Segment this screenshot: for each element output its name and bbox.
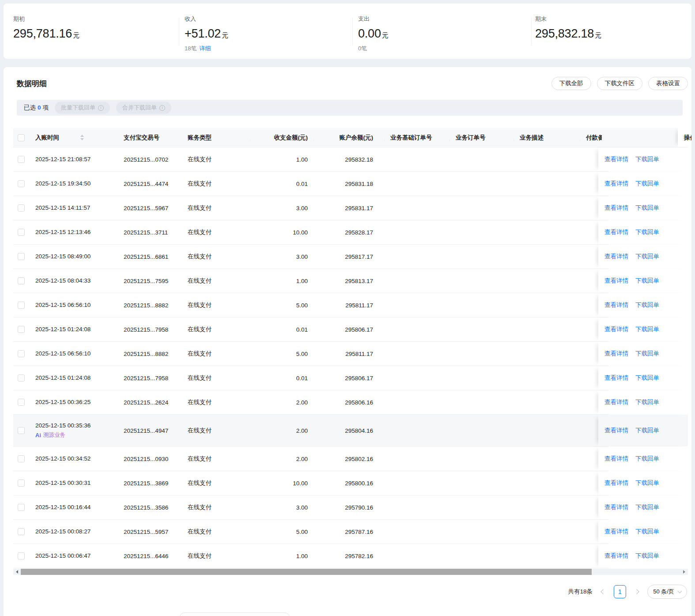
view-detail-link[interactable]: 查看详情 [604,325,628,333]
select-all-checkbox[interactable] [18,134,25,141]
currency-unit: 元 [595,31,601,39]
header-balance: 账户余额(元) [314,134,384,142]
table-row: 2025-12-15 00:35:36Ai溯源业务20251215...4947… [13,415,608,447]
download-receipt-link[interactable]: 下载回单 [635,180,659,188]
summary-sub: 0笔 [358,45,531,53]
download-receipt-link[interactable]: 下载回单 [635,427,659,435]
scroll-left-button[interactable] [13,569,21,575]
download-receipt-link[interactable]: 下载回单 [635,374,659,382]
cell-amount: 10.00 [250,480,314,487]
cell-balance: 295782.16 [314,553,384,559]
table-row: 2025-12-15 01:24:0820251215...7958在线支付0.… [13,317,608,342]
download-receipt-link[interactable]: 下载回单 [635,528,659,536]
view-detail-link[interactable]: 查看详情 [604,277,628,285]
view-detail-link[interactable]: 查看详情 [604,398,628,406]
view-detail-link[interactable]: 查看详情 [604,427,628,435]
summary-value: 295,832.18元 [535,27,691,41]
download-all-button[interactable]: 下载全部 [551,77,591,90]
batch-download-button[interactable]: 批量下载回单i [55,102,110,114]
income-detail-link[interactable]: 详细 [199,45,211,52]
download-receipt-link[interactable]: 下载回单 [635,503,659,511]
row-checkbox[interactable] [18,528,25,535]
view-detail-link[interactable]: 查看详情 [604,301,628,309]
prev-page-icon[interactable] [601,589,605,594]
download-receipt-link[interactable]: 下载回单 [635,455,659,463]
view-detail-link[interactable]: 查看详情 [604,204,628,212]
cell-balance: 295832.18 [314,156,384,163]
row-checkbox[interactable] [18,455,25,462]
cell-entry-time: 2025-12-15 08:49:00 [35,253,124,260]
download-receipt-link[interactable]: 下载回单 [635,325,659,333]
view-detail-link[interactable]: 查看详情 [604,455,628,463]
scrollbar-thumb[interactable] [21,569,592,575]
view-detail-link[interactable]: 查看详情 [604,503,628,511]
row-checkbox[interactable] [18,350,25,357]
download-receipt-link[interactable]: 下载回单 [635,552,659,560]
cell-entry-time: 2025-12-15 12:13:46 [35,229,124,236]
row-checkbox[interactable] [18,374,25,382]
view-detail-link[interactable]: 查看详情 [604,180,628,188]
download-receipt-link[interactable]: 下载回单 [635,253,659,261]
summary-amount: +51.02 [185,27,221,40]
data-detail-card: 数据明细 下载全部 下载文件区 表格设置 已选0项 批量下载回单i 合并下载回单… [4,67,691,616]
download-receipt-link[interactable]: 下载回单 [635,398,659,406]
row-checkbox[interactable] [18,504,25,511]
download-zone-button[interactable]: 下载文件区 [597,77,643,90]
table-settings-button[interactable]: 表格设置 [648,77,688,90]
cell-entry-time: 2025-12-15 08:04:33 [35,277,124,284]
view-detail-link[interactable]: 查看详情 [604,253,628,261]
download-receipt-link[interactable]: 下载回单 [635,479,659,487]
view-detail-link[interactable]: 查看详情 [604,155,628,163]
row-checkbox-cell [13,455,35,462]
summary-label: 期初 [13,15,179,23]
row-checkbox[interactable] [18,204,25,212]
sort-icon[interactable] [80,135,84,140]
row-checkbox[interactable] [18,253,25,260]
page-size-select[interactable]: 50 条/页 [647,585,687,599]
entry-time-wrap: 2025-12-15 00:30:31 [35,480,91,487]
cell-amount: 2.00 [250,427,314,434]
row-checkbox[interactable] [18,552,25,559]
selection-bar: 已选0项 批量下载回单i 合并下载回单i [17,100,683,116]
row-checkbox[interactable] [18,180,25,187]
row-checkbox[interactable] [18,427,25,434]
row-checkbox[interactable] [18,302,25,309]
row-checkbox[interactable] [18,326,25,333]
view-detail-link[interactable]: 查看详情 [604,528,628,536]
row-actions: 查看详情下载回单 [598,269,688,293]
row-checkbox[interactable] [18,480,25,487]
download-receipt-link[interactable]: 下载回单 [635,228,659,236]
column-label: 入账时间 [35,134,59,142]
download-receipt-link[interactable]: 下载回单 [635,155,659,163]
scroll-right-button[interactable] [680,569,688,575]
merge-download-button[interactable]: 合并下载回单i [116,102,171,114]
view-detail-link[interactable]: 查看详情 [604,479,628,487]
download-receipt-link[interactable]: 下载回单 [635,350,659,358]
download-receipt-link[interactable]: 下载回单 [635,301,659,309]
row-checkbox[interactable] [18,399,25,406]
pagination: 共有18条 1 50 条/页 [4,585,691,599]
row-checkbox-cell [13,374,35,382]
cell-balance: 295831.17 [314,205,384,212]
entry-time: 2025-12-15 00:34:52 [35,455,91,462]
row-checkbox[interactable] [18,156,25,163]
row-actions: 查看详情下载回单 [598,317,688,341]
download-receipt-link[interactable]: 下载回单 [635,277,659,285]
page-number[interactable]: 1 [614,585,626,598]
entry-time: 2025-12-15 12:13:46 [35,229,91,236]
cell-amount: 3.00 [250,205,314,212]
row-checkbox[interactable] [18,277,25,284]
badge-label: 溯源业务 [43,431,65,439]
scrollbar-track[interactable] [592,569,680,575]
view-detail-link[interactable]: 查看详情 [604,228,628,236]
cell-entry-time: 2025-12-15 00:30:31 [35,480,124,487]
view-detail-link[interactable]: 查看详情 [604,350,628,358]
cell-transaction-id: 20251215...3869 [124,480,188,487]
row-checkbox[interactable] [18,229,25,236]
summary-opening: 期初 295,781.16元 [4,4,179,59]
view-detail-link[interactable]: 查看详情 [604,374,628,382]
download-receipt-link[interactable]: 下载回单 [635,204,659,212]
view-detail-link[interactable]: 查看详情 [604,552,628,560]
row-checkbox-cell [13,204,35,212]
next-page-icon[interactable] [634,589,639,594]
